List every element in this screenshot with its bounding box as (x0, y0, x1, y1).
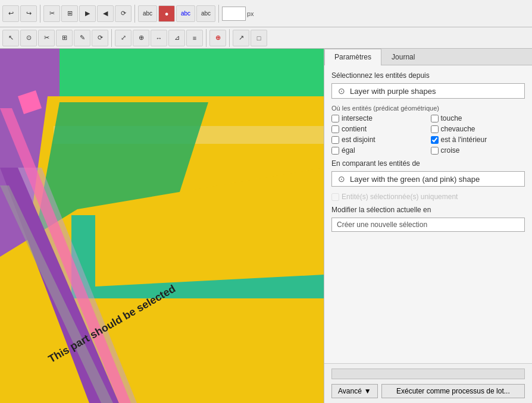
content-area: This part should be selected Paramètres … (0, 49, 532, 403)
toolbar2-btn4[interactable]: ⊞ (56, 30, 73, 46)
cb-est-interieur-input[interactable] (431, 136, 439, 144)
checkbox-croise: croise (431, 146, 525, 155)
map-svg: This part should be selected (0, 49, 324, 403)
cb-egal-label[interactable]: égal (342, 146, 355, 155)
checkbox-grid: intersecte touche contient chevauche (331, 114, 525, 155)
panel-bottom: Avancé ▼ Exécuter comme processus de lot… (324, 363, 532, 403)
progress-bar (331, 369, 525, 379)
toolbar-btn-3[interactable]: ✂ (43, 5, 60, 22)
tabs-container: Paramètres Journal (324, 49, 532, 65)
cb-croise-label[interactable]: croise (441, 146, 460, 155)
cb-est-disjoint-label[interactable]: est disjoint (342, 136, 375, 144)
toolbar2-magnet[interactable]: ⊕ (209, 30, 226, 46)
advanced-button[interactable]: Avancé ▼ (331, 384, 378, 398)
checkbox-chevauche: chevauche (431, 125, 525, 133)
sep3 (218, 5, 219, 23)
cb-contient-input[interactable] (331, 125, 339, 133)
cb-egal-input[interactable] (331, 147, 339, 155)
selection-option[interactable]: Créer une nouvelle sélection (331, 218, 525, 232)
select-from-label: Sélectionnez les entités depuis (331, 71, 525, 80)
toolbar2-btn3[interactable]: ✂ (38, 30, 55, 46)
toolbar-abc1[interactable]: abc (138, 5, 157, 22)
checkbox-contient: contient (331, 125, 426, 133)
toolbar2-btn10[interactable]: ⊿ (168, 30, 185, 46)
toolbar-row1: ↩ ↪ ✂ ⊞ ▶ ◀ ⟳ abc ● abc abc 12 px (0, 0, 532, 27)
checkbox-selected-only: Entité(s) sélectionnée(s) uniquement (331, 193, 525, 201)
cb-croise-input[interactable] (431, 147, 439, 155)
toolbar2-btn8[interactable]: ⊕ (133, 30, 149, 46)
toolbar-btn-5[interactable]: ▶ (79, 5, 96, 22)
cb-chevauche-input[interactable] (431, 125, 439, 133)
cb-est-interieur-label[interactable]: est à l'intérieur (441, 136, 487, 144)
sep5 (206, 29, 206, 47)
checkbox-est-disjoint: est disjoint (331, 136, 426, 144)
toolbar2-btn6[interactable]: ⟳ (92, 30, 108, 46)
toolbar2-btn5[interactable]: ✎ (74, 30, 90, 46)
tab-journal[interactable]: Journal (381, 49, 425, 65)
layer1-selector[interactable]: ⊙ Layer with purple shapes (331, 83, 525, 99)
checkbox-touche: touche (431, 114, 525, 122)
toolbar2-btn2[interactable]: ⊙ (20, 30, 37, 46)
modify-selection-label: Modifier la sélection actuelle en (331, 206, 525, 214)
checkbox-est-interieur: est à l'intérieur (431, 136, 525, 144)
layer1-name: Layer with purple shapes (350, 87, 520, 96)
layer2-selector[interactable]: ⊙ Layer with the green (and pink) shape (331, 171, 525, 187)
tab-parametres[interactable]: Paramètres (324, 49, 381, 65)
layer1-icon: ⊙ (337, 86, 346, 96)
checkbox-intersecte: intersecte (331, 114, 426, 122)
advanced-label: Avancé (338, 387, 362, 395)
cb-intersecte-input[interactable] (331, 115, 339, 122)
cb-selected-only-input[interactable] (331, 193, 339, 201)
cb-touche-input[interactable] (431, 115, 439, 122)
toolbar-row2: ↖ ⊙ ✂ ⊞ ✎ ⟳ ⤢ ⊕ ↔ ⊿ ≡ ⊕ ↗ □ (0, 27, 532, 49)
checkbox-egal: égal (331, 146, 426, 155)
cb-est-disjoint-input[interactable] (331, 136, 339, 144)
execute-button[interactable]: Exécuter comme processus de lot... (381, 384, 525, 398)
sep6 (229, 29, 230, 47)
compare-label: En comparant les entités de (331, 159, 525, 168)
advanced-dropdown-icon: ▼ (364, 387, 371, 395)
toolbar2-box[interactable]: □ (251, 30, 267, 46)
cb-selected-only-label[interactable]: Entité(s) sélectionnée(s) uniquement (342, 193, 458, 201)
toolbar-btn-2[interactable]: ↪ (20, 5, 37, 22)
toolbar2-btn7[interactable]: ⤢ (115, 30, 132, 46)
geometry-predicate-label: Où les entités (prédicat géométrique) (331, 105, 525, 112)
toolbar-btn-7[interactable]: ⟳ (115, 5, 132, 22)
zoom-input[interactable]: 12 (222, 7, 246, 21)
panel-content: Sélectionnez les entités depuis ⊙ Layer … (324, 65, 532, 363)
toolbar2-btn11[interactable]: ≡ (186, 30, 203, 46)
map-canvas[interactable]: This part should be selected (0, 49, 324, 403)
toolbar2-arrow[interactable]: ↗ (233, 30, 249, 46)
toolbar-abc3[interactable]: abc (196, 5, 215, 22)
layer2-name: Layer with the green (and pink) shape (350, 175, 520, 184)
layer2-icon: ⊙ (337, 174, 346, 184)
toolbar2-btn9[interactable]: ↔ (151, 30, 167, 46)
toolbar-btn-1[interactable]: ↩ (2, 5, 19, 22)
px-label: px (247, 10, 254, 17)
sep2 (134, 5, 135, 23)
toolbar-btn-6[interactable]: ◀ (97, 5, 114, 22)
panel: Paramètres Journal Sélectionnez les enti… (324, 49, 532, 403)
toolbar2-btn1[interactable]: ↖ (2, 30, 19, 46)
bottom-buttons: Avancé ▼ Exécuter comme processus de lot… (331, 384, 525, 398)
toolbar-abc2[interactable]: abc (176, 5, 195, 22)
cb-intersecte-label[interactable]: intersecte (342, 114, 373, 122)
sep1 (40, 5, 40, 23)
cb-touche-label[interactable]: touche (441, 114, 462, 122)
cb-chevauche-label[interactable]: chevauche (441, 125, 475, 133)
sep4 (111, 29, 112, 47)
cb-contient-label[interactable]: contient (342, 125, 367, 133)
toolbar-btn-4[interactable]: ⊞ (61, 5, 78, 22)
toolbar-icon-red[interactable]: ● (158, 5, 175, 22)
